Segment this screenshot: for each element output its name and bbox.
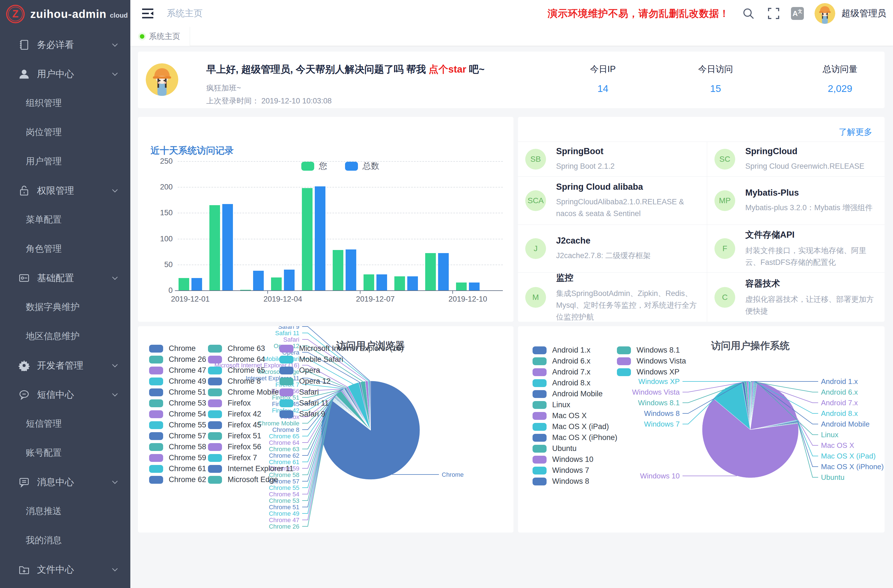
legend-item-Firefox 45[interactable]: Firefox 45 xyxy=(208,421,261,429)
bar-2019-12-02-总数[interactable] xyxy=(222,204,233,290)
bar-2019-12-05-您[interactable] xyxy=(302,188,313,290)
tech-item-SpringCloud[interactable]: SCSpringCloudSpring Cloud Greenwich.RELE… xyxy=(707,141,885,176)
legend-item-Safari 11[interactable]: Safari 11 xyxy=(280,399,329,408)
legend-item-Chrome 62[interactable]: Chrome 62 xyxy=(149,475,206,484)
legend-item-Chrome 57[interactable]: Chrome 57 xyxy=(149,432,206,440)
sidebar-item-8[interactable]: 基础配置 xyxy=(0,263,130,293)
legend-item-Android 7.x[interactable]: Android 7.x xyxy=(532,368,591,376)
legend-item-总数[interactable]: 总数 xyxy=(345,160,379,172)
legend-item-Android 1.x[interactable]: Android 1.x xyxy=(532,346,591,355)
legend-item-Chrome 64[interactable]: Chrome 64 xyxy=(208,355,265,364)
sidebar-item-13[interactable]: 短信管理 xyxy=(0,409,130,438)
legend-item-Mac OS X (iPhone)[interactable]: Mac OS X (iPhone) xyxy=(532,433,618,442)
legend-item-Microsoft Edge[interactable]: Microsoft Edge xyxy=(208,475,278,484)
collapse-sidebar-icon[interactable] xyxy=(141,8,154,19)
legend-item-Chrome Mobile[interactable]: Chrome Mobile xyxy=(208,388,279,397)
bar-2019-12-03-您[interactable] xyxy=(240,290,251,290)
bar-2019-12-03-总数[interactable] xyxy=(253,271,264,290)
bar-2019-12-10-您[interactable] xyxy=(456,283,467,290)
bar-2019-12-10-总数[interactable] xyxy=(469,283,480,290)
legend-item-Microsoft Internet Explorer (16)[interactable]: Microsoft Internet Explorer (16) xyxy=(280,344,403,353)
legend-item-Chrome 55[interactable]: Chrome 55 xyxy=(149,421,206,429)
bar-2019-12-07-总数[interactable] xyxy=(376,274,387,290)
legend-item-Windows 10[interactable]: Windows 10 xyxy=(532,455,593,464)
tech-item-Spring Cloud alibaba[interactable]: SCASpring Cloud alibabaSpringCloudAlibab… xyxy=(518,176,707,224)
bar-2019-12-04-您[interactable] xyxy=(271,277,282,290)
sidebar-item-10[interactable]: 地区信息维护 xyxy=(0,322,130,351)
legend-item-Chrome[interactable]: Chrome xyxy=(149,344,195,353)
legend-item-Opera[interactable]: Opera xyxy=(280,366,320,375)
legend-item-Chrome 47[interactable]: Chrome 47 xyxy=(149,366,206,375)
sidebar-item-17[interactable]: 我的消息 xyxy=(0,526,130,555)
bar-2019-12-04-总数[interactable] xyxy=(284,270,295,290)
sidebar-item-0[interactable]: 务必详看 xyxy=(0,30,130,59)
stat-value[interactable]: 14 xyxy=(552,83,653,94)
legend-item-Windows 8.1[interactable]: Windows 8.1 xyxy=(617,346,680,355)
sidebar-item-7[interactable]: 角色管理 xyxy=(0,234,130,263)
bar-2019-12-01-总数[interactable] xyxy=(191,278,202,290)
legend-item-Chrome 58[interactable]: Chrome 58 xyxy=(149,442,206,451)
bar-2019-12-05-总数[interactable] xyxy=(315,186,325,290)
legend-item-Windows Vista[interactable]: Windows Vista xyxy=(617,357,686,365)
bar-2019-12-06-总数[interactable] xyxy=(346,250,356,290)
sidebar-item-15[interactable]: 消息中心 xyxy=(0,468,130,497)
legend-item-Firefox 42[interactable]: Firefox 42 xyxy=(208,410,261,418)
tech-item-监控[interactable]: M监控集成SpringBootAdmin、Zipkin、Redis、Mysql、… xyxy=(518,272,707,322)
legend-item-Android 8.x[interactable]: Android 8.x xyxy=(532,379,591,387)
legend-item-Chrome 63[interactable]: Chrome 63 xyxy=(208,344,265,353)
bar-2019-12-09-总数[interactable] xyxy=(438,253,449,290)
tab-home[interactable]: 系统主页 xyxy=(130,27,190,46)
sidebar-item-18[interactable]: 文件中心 xyxy=(0,555,130,584)
learn-more-link[interactable]: 了解更多 xyxy=(839,126,872,138)
tech-item-SpringBoot[interactable]: SBSpringBootSpring Boot 2.1.2 xyxy=(518,141,707,176)
legend-item-Windows 8[interactable]: Windows 8 xyxy=(532,477,589,486)
bar-2019-12-08-总数[interactable] xyxy=(407,276,418,290)
legend-item-Chrome 61[interactable]: Chrome 61 xyxy=(149,465,206,473)
legend-item-Firefox 7[interactable]: Firefox 7 xyxy=(208,453,257,462)
bar-2019-12-06-您[interactable] xyxy=(333,250,343,290)
legend-item-您[interactable]: 您 xyxy=(301,160,327,172)
legend-item-Chrome 65[interactable]: Chrome 65 xyxy=(208,366,265,375)
bar-2019-12-08-您[interactable] xyxy=(394,276,405,290)
legend-item-Chrome 26[interactable]: Chrome 26 xyxy=(149,355,206,364)
sidebar-item-16[interactable]: 消息推送 xyxy=(0,497,130,526)
font-size-icon[interactable]: A文 xyxy=(791,7,804,20)
tech-item-文件存储API[interactable]: F文件存储API封装文件接口，实现本地存储、阿里云、FastDFS存储的配置化 xyxy=(707,224,885,272)
legend-item-Chrome 54[interactable]: Chrome 54 xyxy=(149,410,206,418)
sidebar-item-9[interactable]: 数据字典维护 xyxy=(0,293,130,322)
legend-item-Chrome 51[interactable]: Chrome 51 xyxy=(149,388,206,397)
legend-item-Chrome 53[interactable]: Chrome 53 xyxy=(149,399,206,408)
sidebar-item-2[interactable]: 组织管理 xyxy=(0,89,130,118)
legend-item-Firefox[interactable]: Firefox xyxy=(208,399,251,408)
legend-item-Android Mobile[interactable]: Android Mobile xyxy=(532,389,603,398)
legend-item-Mobile Safari[interactable]: Mobile Safari xyxy=(280,355,343,364)
legend-item-Linux[interactable]: Linux xyxy=(532,400,570,409)
legend-item-Safari 9[interactable]: Safari 9 xyxy=(280,410,325,418)
tech-item-Mybatis-Plus[interactable]: MPMybatis-PlusMybatis-plus 3.2.0：Mybatis… xyxy=(707,176,885,224)
legend-item-Safari[interactable]: Safari xyxy=(280,388,319,397)
sidebar-item-4[interactable]: 用户管理 xyxy=(0,147,130,176)
legend-item-Chrome 59[interactable]: Chrome 59 xyxy=(149,453,206,462)
bar-2019-12-01-您[interactable] xyxy=(179,278,189,290)
legend-item-Internet Explorer 11[interactable]: Internet Explorer 11 xyxy=(208,465,293,473)
username[interactable]: 超级管理员 xyxy=(842,7,886,20)
legend-item-Chrome 8[interactable]: Chrome 8 xyxy=(208,377,261,386)
legend-item-Windows 7[interactable]: Windows 7 xyxy=(532,466,589,475)
sidebar-item-1[interactable]: 用户中心 xyxy=(0,59,130,89)
legend-item-Mac OS X[interactable]: Mac OS X xyxy=(532,411,587,420)
sidebar-item-11[interactable]: 开发者管理 xyxy=(0,351,130,380)
stat-value[interactable]: 15 xyxy=(665,83,766,94)
legend-item-Android 6.x[interactable]: Android 6.x xyxy=(532,357,591,365)
sidebar-item-12[interactable]: 短信中心 xyxy=(0,380,130,409)
legend-item-Firefox 56[interactable]: Firefox 56 xyxy=(208,442,261,451)
sidebar-item-5[interactable]: 权限管理 xyxy=(0,176,130,205)
bar-2019-12-07-您[interactable] xyxy=(364,274,374,290)
legend-item-Opera 12[interactable]: Opera 12 xyxy=(280,377,331,386)
legend-item-Chrome 49[interactable]: Chrome 49 xyxy=(149,377,206,386)
stat-value[interactable]: 2,029 xyxy=(789,83,890,94)
bar-2019-12-09-您[interactable] xyxy=(425,253,436,290)
search-icon[interactable] xyxy=(742,7,755,20)
sidebar-item-3[interactable]: 岗位管理 xyxy=(0,118,130,147)
tech-item-J2cache[interactable]: JJ2cacheJ2cache2.7.8: 二级缓存框架 xyxy=(518,224,707,272)
legend-item-Firefox 51[interactable]: Firefox 51 xyxy=(208,432,261,440)
